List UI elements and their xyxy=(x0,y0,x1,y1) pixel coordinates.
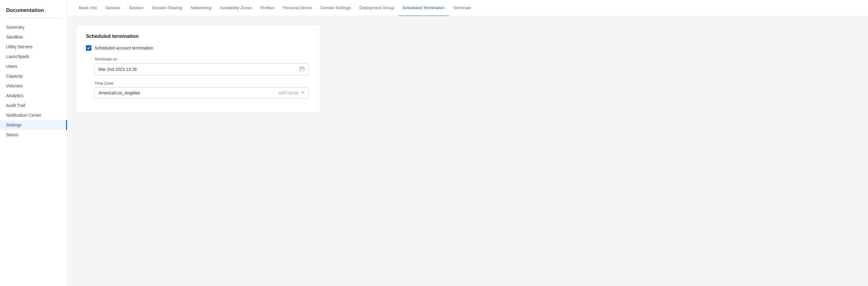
terminate-on-value: Mar 2nd 2023 13:26 xyxy=(98,67,137,72)
sidebar-item-capacity[interactable]: Capacity xyxy=(0,71,67,81)
tab-personal-drives[interactable]: Personal Drives xyxy=(279,0,316,16)
tab-basic-info[interactable]: Basic Info xyxy=(74,0,101,16)
main-area: Basic Info General Session Session Shari… xyxy=(67,0,868,286)
sidebar-item-volumes[interactable]: Volumes xyxy=(0,81,67,91)
tab-availability-zones[interactable]: Availability Zones xyxy=(216,0,256,16)
content-area: Scheduled termination Scheduled account … xyxy=(67,16,868,286)
checkbox-label: Scheduled account termination xyxy=(94,45,153,51)
timezone-select[interactable]: America/Los_Angeles GMT-08:00 xyxy=(94,87,309,98)
tab-session[interactable]: Session xyxy=(124,0,148,16)
checkmark-icon xyxy=(87,46,91,50)
timezone-label: Time Zone xyxy=(94,81,310,86)
svg-rect-0 xyxy=(300,67,304,71)
sidebar-item-notification-center[interactable]: Notification Center xyxy=(0,110,67,120)
scheduled-termination-card: Scheduled termination Scheduled account … xyxy=(76,25,320,113)
terminate-on-field-group: Terminate on Mar 2nd 2023 13:26 xyxy=(86,57,310,75)
sidebar-divider xyxy=(6,18,61,19)
sidebar-item-audit-trail[interactable]: Audit Trail xyxy=(0,100,67,110)
sidebar-item-settings[interactable]: Settings xyxy=(0,120,67,130)
tab-scheduled-termination[interactable]: Scheduled Termination xyxy=(398,0,449,16)
timezone-value: America/Los_Angeles xyxy=(98,90,140,95)
terminate-on-label: Terminate on xyxy=(94,57,310,61)
top-nav: Basic Info General Session Session Shari… xyxy=(67,0,868,16)
checkbox-row[interactable]: Scheduled account termination xyxy=(86,45,310,51)
sidebar-item-analytics[interactable]: Analytics xyxy=(0,91,67,100)
sidebar-logo: Documentation xyxy=(0,7,67,18)
timezone-field-group: Time Zone America/Los_Angeles GMT-08:00 xyxy=(86,81,310,98)
sidebar-item-summary[interactable]: Summary xyxy=(0,22,67,32)
tab-general[interactable]: General xyxy=(101,0,124,16)
tab-domain-settings[interactable]: Domain Settings xyxy=(316,0,355,16)
sidebar: Documentation Summary Sandbox Utility Se… xyxy=(0,0,67,286)
sidebar-item-sandbox[interactable]: Sandbox xyxy=(0,32,67,42)
tab-profiles[interactable]: Profiles xyxy=(256,0,279,16)
tab-networking[interactable]: Networking xyxy=(186,0,216,16)
tab-deployment-group[interactable]: Deployment Group xyxy=(355,0,398,16)
chevron-icon xyxy=(301,91,305,95)
scheduled-account-termination-checkbox[interactable] xyxy=(86,45,91,51)
calendar-icon xyxy=(300,66,305,72)
sidebar-item-status[interactable]: Status xyxy=(0,130,67,140)
card-title: Scheduled termination xyxy=(86,34,310,39)
tab-terminate[interactable]: Terminate xyxy=(449,0,475,16)
sidebar-item-launchpads[interactable]: Launchpads xyxy=(0,52,67,61)
tab-session-sharing[interactable]: Session Sharing xyxy=(148,0,186,16)
timezone-gmt: GMT-08:00 xyxy=(279,91,299,95)
sidebar-item-users[interactable]: Users xyxy=(0,61,67,71)
sidebar-item-utility-servers[interactable]: Utility Servers xyxy=(0,42,67,52)
terminate-on-input[interactable]: Mar 2nd 2023 13:26 xyxy=(94,63,309,75)
sidebar-nav: Summary Sandbox Utility Servers Launchpa… xyxy=(0,22,67,140)
